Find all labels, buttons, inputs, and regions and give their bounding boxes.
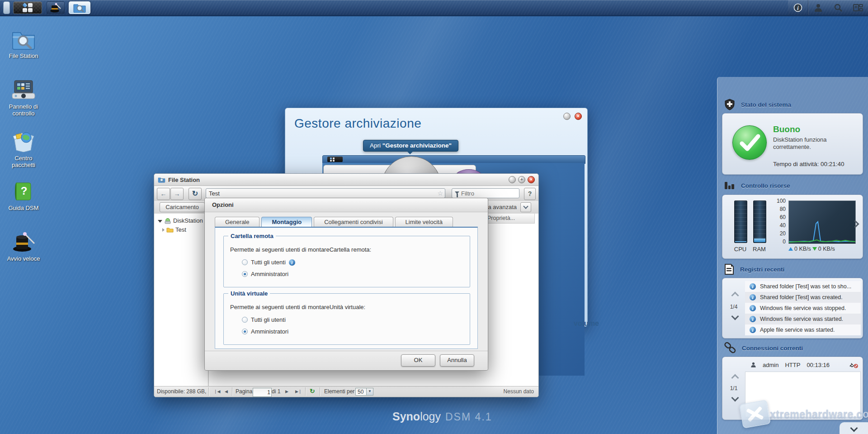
radio-option-all-users[interactable]: Tutti gli utenti [242,316,286,323]
log-text: Windows file service was stopped. [760,305,846,311]
desktop-icon-quick-start[interactable]: Avvio veloce [2,232,45,262]
connections-pager: 1/1 [726,385,741,391]
disconnect-icon[interactable] [849,362,858,368]
close-button[interactable]: × [528,176,535,183]
filter-input[interactable] [452,189,519,198]
refresh-button[interactable]: ↻ [189,188,202,200]
first-page-button[interactable]: ❘◀ [214,388,220,395]
sidebar-collapse-tab[interactable] [840,422,868,434]
network-rates: 0 KB/s 0 KB/s [788,246,835,252]
tab-montaggio[interactable]: Montaggio [261,217,312,227]
prev-page-button[interactable]: ◀ [225,388,228,395]
tree-item-test[interactable]: Test [154,225,208,234]
logs-page-up-icon[interactable] [731,292,739,300]
chevron-down-icon: ▼ [366,388,373,395]
next-page-button[interactable]: ▶ [285,388,288,395]
chevron-down-icon [523,204,528,209]
desktop-icon-control-panel[interactable]: Pannello dicontrollo [2,80,45,117]
tab-limite-velocita[interactable]: Limite velocità [395,217,453,227]
radio-option-administrators[interactable]: Amministratori [242,271,288,277]
search-button[interactable] [828,0,848,15]
radio-option-administrators[interactable]: Amministratori [242,328,288,335]
tab-collegamenti-condivisi[interactable]: Collegamenti condivisi [314,217,393,227]
magic-hat-icon [11,232,36,253]
filter-funnel-icon [455,191,459,194]
items-per-page-select[interactable]: 50 ▼ [355,388,373,396]
tree-item-diskstation[interactable]: DiskStation [154,216,208,225]
info-button[interactable]: i [788,0,808,15]
group-description: Permette ai seguenti utenti di montareCa… [230,246,371,253]
show-desktop-button[interactable] [3,1,10,14]
cancel-button[interactable]: Annulla [440,354,474,367]
file-station-folder-icon [11,30,36,50]
ram-meter [753,200,766,243]
magic-hat-icon [50,3,61,13]
back-button[interactable]: ← [157,188,170,200]
forward-button[interactable]: → [170,188,184,200]
maximize-button[interactable]: + [518,176,525,183]
help-button[interactable]: ? [524,188,536,200]
quick-launch-button[interactable] [47,1,65,14]
dialog-footer: OK Annulla [205,351,488,370]
page-number-input[interactable] [253,388,272,397]
dsm-branding: SynologyDSM 4.1 [392,410,492,423]
system-health-box: Buono DiskStation funziona correttamente… [722,113,863,175]
connections-page-down-icon[interactable] [731,394,739,402]
last-page-button[interactable]: ▶❘ [295,388,302,395]
taskbar: i [0,0,868,16]
desktop-icon-dsm-help[interactable]: ? Guida DSM [2,181,45,211]
tree-expand-icon[interactable] [162,228,165,232]
watermark-logo [739,400,771,429]
radio-selected-icon[interactable] [242,271,248,277]
watermark-text: xtremehardware.com [770,408,868,420]
radio-label: Tutti gli utenti [251,316,286,323]
cpu-meter [734,200,747,243]
close-button[interactable]: × [575,113,582,120]
refresh-list-button[interactable]: ↻ [310,388,315,395]
brand-product: DSM 4.1 [445,411,492,423]
minimize-button[interactable] [563,113,571,120]
radio-option-all-users[interactable]: Tutti gli utenti i [242,259,295,266]
upload-button[interactable]: Caricamento [160,202,205,212]
info-icon[interactable]: i [289,259,295,266]
window-controls: × [561,113,582,120]
connections-page-up-icon[interactable] [731,374,739,382]
task-button-file-station[interactable] [69,1,90,14]
dialog-title[interactable]: Opzioni [205,198,488,212]
tree-expand-icon[interactable] [158,220,162,223]
desktop-icon-package-center[interactable]: Centropacchetti [2,130,45,168]
user-icon [814,3,823,12]
connection-row: admin HTTP 00:13:16 [745,359,861,371]
minimize-button[interactable] [509,176,516,183]
main-menu-button[interactable] [13,1,42,14]
uptime-label: Tempo di attività: 00:21:40 [773,161,844,167]
y-tick: 100 [774,198,786,204]
window-title: File Station [168,176,506,183]
ok-button[interactable]: OK [401,354,435,367]
radio-unselected-icon[interactable] [242,259,248,265]
chevron-down-icon [850,424,858,432]
tab-generale[interactable]: Generale [215,217,259,227]
filter-box [452,188,519,198]
file-station-titlebar[interactable]: File Station + × [154,174,538,186]
search-icon [834,3,843,12]
radio-selected-icon[interactable] [242,329,248,334]
radio-unselected-icon[interactable] [242,317,248,323]
log-text: Shared folder [Test] was set to sho... [760,283,851,290]
volume-text: volume [574,320,599,328]
advanced-search-chevron-button[interactable] [520,202,531,212]
folder-tree-panel: DiskStation Test [154,214,208,386]
user-menu-button[interactable] [808,0,828,15]
pilot-view-icon [853,4,863,12]
desktop-icon-label: Avvio veloce [2,255,45,262]
no-data-label: Nessun dato [504,388,534,395]
ram-label: RAM [753,246,766,253]
address-input[interactable] [206,189,445,198]
bookmark-star-icon[interactable]: ☆ [437,190,443,197]
desktop-icon-file-station[interactable]: File Station [2,30,45,59]
pilot-view-button[interactable] [848,0,868,15]
logs-page-down-icon[interactable] [731,313,739,320]
column-header-properties[interactable]: Proprietà... [483,214,535,224]
y-tick: 20 [774,230,786,237]
widget-sidebar: Stato del sistema Buono DiskStation funz… [717,77,868,434]
